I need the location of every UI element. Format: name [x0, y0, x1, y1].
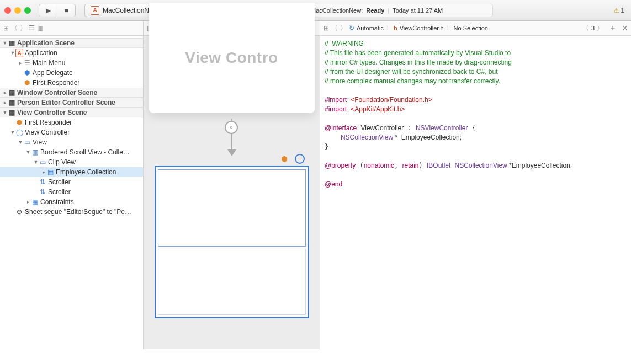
- interface-builder-canvas[interactable]: ▥ ▭ 〉 ▭ Clip View 〉 ▦ Employee Collectio…: [144, 21, 320, 349]
- object-icon: ⬢: [23, 69, 31, 77]
- header-file-icon: h: [394, 25, 397, 31]
- responder-icon: ⬢: [15, 119, 23, 126]
- app-icon: A: [15, 49, 23, 57]
- scroller-icon: ⇅: [39, 178, 46, 186]
- tree-item-scroller2[interactable]: ⇅Scroller: [0, 187, 143, 197]
- run-stop-group: ▶ ■: [39, 4, 76, 17]
- warning-count: 1: [621, 7, 624, 14]
- tree-item-employee-collection[interactable]: ▸▦Employee Collection: [0, 167, 143, 177]
- status-state: Ready: [366, 7, 384, 14]
- status-time: Today at 11:27 AM: [393, 7, 443, 14]
- tree-item-scroller1[interactable]: ⇅Scroller: [0, 177, 143, 187]
- filter-icon[interactable]: ☰: [29, 24, 35, 32]
- ghost-title: View Contro: [185, 49, 278, 67]
- tree-item-main-menu[interactable]: ▸☰Main Menu: [0, 58, 143, 68]
- loop-icon: ↻: [349, 24, 354, 32]
- jump-file[interactable]: ViewController.h: [400, 25, 444, 31]
- issues-indicator[interactable]: ⚠ 1: [613, 7, 624, 14]
- view-icon: ▭: [23, 138, 31, 146]
- tree-item-first-responder[interactable]: ⬢First Responder: [0, 78, 143, 88]
- canvas-content: View Contro ⚬ ⬢: [144, 36, 320, 349]
- outline-tree: ▼ ▦Application Scene ▼AApplication ▸☰Mai…: [0, 36, 143, 219]
- next-counterpart-button[interactable]: 〉: [597, 24, 603, 33]
- collection-lower: [158, 249, 306, 315]
- preview-window[interactable]: View Contro: [149, 3, 315, 113]
- status-project: MacCollectionNew:: [311, 7, 363, 14]
- view-mode-icon[interactable]: ▥: [37, 24, 43, 32]
- arrowhead-icon: [227, 149, 236, 156]
- scene-header-window[interactable]: ▸▦Window Controller Scene: [0, 88, 143, 98]
- document-outline: ⊞ 〈 〉 ☰ ▥ ▼ ▦Application Scene ▼AApplica…: [0, 21, 144, 349]
- tree-item-clip-view[interactable]: ▼▭Clip View: [0, 157, 143, 167]
- add-assistant-button[interactable]: ＋: [609, 23, 617, 33]
- prev-counterpart-button[interactable]: 〈: [582, 24, 589, 33]
- selected-collection-view[interactable]: ⬢: [155, 166, 309, 318]
- related-items-icon[interactable]: ⊞: [324, 24, 329, 32]
- scroll-icon: ▥: [31, 148, 39, 156]
- minimize-window-button[interactable]: [14, 7, 21, 14]
- jump-selection[interactable]: No Selection: [454, 25, 488, 31]
- segue-icon: ⊖: [15, 208, 23, 216]
- collection-inner: [158, 169, 306, 247]
- clip-icon: ▭: [39, 158, 46, 166]
- tree-item-scroll-view[interactable]: ▼▥Bordered Scroll View - Colle…: [0, 147, 143, 157]
- run-button[interactable]: ▶: [39, 4, 57, 17]
- editor-jump-bar: ⊞ 〈 〉 ↻ Automatic 〉 h ViewController.h 〉…: [320, 21, 631, 36]
- back-button[interactable]: 〈: [331, 24, 338, 33]
- tree-item-view-controller[interactable]: ▼◯View Controller: [0, 127, 143, 137]
- project-icon: A: [91, 6, 99, 15]
- warning-icon: ⚠: [613, 7, 619, 14]
- back-button[interactable]: 〈: [11, 24, 18, 33]
- main-toolbar: ▶ ■ A MacCollectionNew 〉 My Mac MacColle…: [0, 0, 631, 21]
- zoom-window-button[interactable]: [24, 7, 31, 14]
- close-window-button[interactable]: [4, 7, 11, 14]
- controller-icon: ◯: [15, 129, 23, 136]
- tree-item-segue[interactable]: ⊖Sheet segue "EditorSegue" to "Pe…: [0, 207, 143, 217]
- tree-item-constraints[interactable]: ▸▦Constraints: [0, 197, 143, 207]
- close-assistant-button[interactable]: ✕: [622, 24, 628, 32]
- scene-header-person[interactable]: ▸▦Person Editor Controller Scene: [0, 98, 143, 108]
- tree-item-view[interactable]: ▼▭View: [0, 137, 143, 147]
- label: Application Scene: [17, 39, 75, 47]
- scene-header-viewcontroller[interactable]: ▼▦View Controller Scene: [0, 108, 143, 117]
- tree-item-first-responder2[interactable]: ⬢First Responder: [0, 117, 143, 127]
- disclosure-icon[interactable]: ▼: [2, 40, 8, 46]
- tree-item-app-delegate[interactable]: ⬢App Delegate: [0, 68, 143, 78]
- outline-jump-bar: ⊞ 〈 〉 ☰ ▥: [0, 21, 143, 36]
- collection-icon: ▦: [46, 168, 54, 176]
- forward-button[interactable]: 〉: [20, 24, 26, 33]
- view-controller-dock-icon[interactable]: [295, 154, 305, 164]
- stop-button[interactable]: ■: [57, 4, 76, 17]
- scroller-icon: ⇅: [39, 188, 46, 196]
- first-responder-dock-icon[interactable]: ⬢: [279, 154, 289, 164]
- menu-icon: ☰: [23, 59, 31, 67]
- source-code[interactable]: // WARNING // This file has been generat…: [320, 36, 631, 349]
- responder-icon: ⬢: [23, 79, 31, 87]
- scene-dock: ⬢: [279, 154, 305, 164]
- segue-arrow: ⚬: [231, 119, 232, 152]
- assistant-editor: ⊞ 〈 〉 ↻ Automatic 〉 h ViewController.h 〉…: [320, 21, 631, 349]
- segue-circle-icon: ⚬: [225, 121, 238, 134]
- tree-item-application[interactable]: ▼AApplication: [0, 48, 143, 58]
- constraints-icon: ▦: [31, 198, 39, 206]
- main-columns: ⊞ 〈 〉 ☰ ▥ ▼ ▦Application Scene ▼AApplica…: [0, 21, 631, 349]
- related-items-icon[interactable]: ⊞: [3, 24, 9, 32]
- forward-button[interactable]: 〉: [340, 24, 347, 33]
- scene-header-application[interactable]: ▼ ▦Application Scene: [0, 38, 143, 48]
- jump-automatic[interactable]: Automatic: [357, 25, 384, 31]
- window-controls: [4, 7, 31, 14]
- counterpart-count: 3: [591, 25, 595, 31]
